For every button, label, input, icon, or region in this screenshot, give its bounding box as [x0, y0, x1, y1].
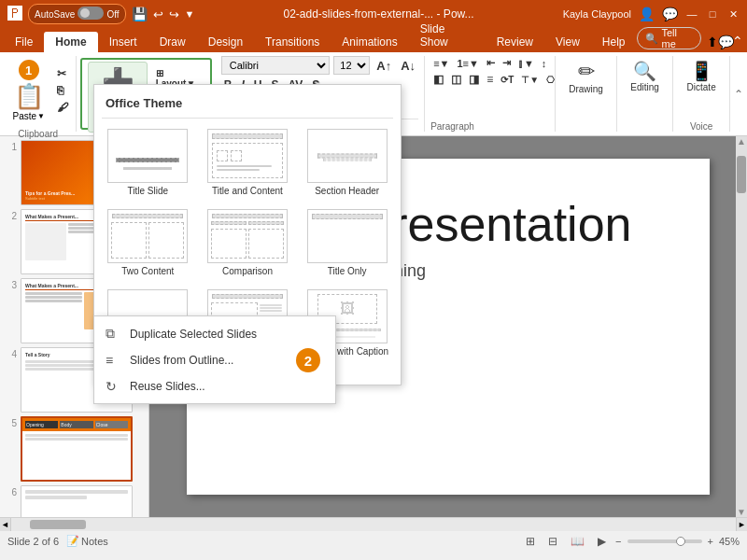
slide-thumb-5[interactable]: 5 Opening Body Close	[4, 416, 145, 482]
tab-draw[interactable]: Draw	[148, 32, 197, 52]
close-button[interactable]: ✕	[726, 7, 740, 21]
section-button[interactable]: § Section▼	[153, 105, 204, 128]
dictate-button[interactable]: 📱 Dictate	[680, 56, 724, 96]
h-scroll-thumb[interactable]	[30, 520, 86, 529]
slide-thumb-2[interactable]: 2 What Makes a Present...	[4, 209, 145, 274]
autosave-toggle[interactable]: AutoSave Off	[28, 4, 126, 24]
font-size-select[interactable]: 12	[333, 56, 370, 75]
ribbon-collapse-icon[interactable]: ⌃	[732, 34, 743, 49]
decrease-font-button[interactable]: A↓	[398, 58, 418, 74]
decrease-indent-button[interactable]: ⇤	[484, 56, 498, 70]
cut-button[interactable]: ✂	[54, 66, 71, 81]
save-icon[interactable]: 💾	[132, 7, 148, 21]
ribbon-scroll-up[interactable]: ⌃	[734, 88, 743, 101]
scroll-thumb[interactable]	[737, 156, 746, 193]
layout-button[interactable]: ⊞ Layout▼	[153, 67, 204, 90]
horizontal-scrollbar[interactable]	[11, 518, 736, 531]
scroll-up-button[interactable]: ▲	[737, 136, 746, 147]
editing-button[interactable]: 🔍 Editing	[623, 56, 667, 96]
italic-button[interactable]: I	[238, 77, 247, 92]
paste-button[interactable]: 1 📋 Paste▼	[5, 56, 52, 125]
zoom-thumb[interactable]	[676, 537, 685, 546]
text-direction-button[interactable]: ⟳T	[498, 74, 516, 86]
status-right: ⊞ ⊟ 📖 ▶ − + 45%	[522, 534, 740, 549]
slide-sorter-button[interactable]: ⊟	[544, 534, 561, 549]
user-name: Kayla Claypool	[563, 8, 631, 20]
notes-button[interactable]: 📝 Notes	[66, 535, 108, 547]
underline-button[interactable]: U	[251, 77, 265, 92]
slide-thumb-3[interactable]: 3 What Makes a Present...	[4, 278, 145, 343]
share-icon[interactable]: 👤	[639, 7, 655, 21]
zoom-plus-button[interactable]: +	[708, 536, 713, 547]
text-shadow-button[interactable]: S	[309, 77, 322, 92]
normal-view-button[interactable]: ⊞	[522, 534, 539, 549]
minimize-button[interactable]: —	[685, 7, 698, 21]
maximize-button[interactable]: □	[706, 7, 719, 21]
tab-view[interactable]: View	[544, 32, 591, 52]
zoom-slider[interactable]	[627, 539, 702, 543]
scroll-down-button[interactable]: ▼	[737, 507, 746, 517]
reset-button[interactable]: ↺ Reset	[153, 91, 204, 104]
slide-preview-3[interactable]: What Makes a Present...	[21, 278, 133, 343]
char-spacing-button[interactable]: AV	[285, 77, 305, 92]
tab-slideshow[interactable]: Slide Show	[409, 19, 486, 52]
drawing-button[interactable]: ✏ Drawing	[561, 56, 611, 98]
copy-button[interactable]: ⎘	[54, 83, 71, 98]
comments-icon[interactable]: 💬	[662, 7, 678, 21]
paragraph-label: Paragraph	[430, 118, 549, 132]
align-center-button[interactable]: ◫	[448, 72, 464, 87]
slide-num-1: 1	[4, 140, 17, 152]
slide-thumb-1[interactable]: 1 Tips for a Great Pres... Subtitle text	[4, 140, 145, 205]
text-highlight-button[interactable]: A🖊▼	[221, 95, 252, 107]
tab-transitions[interactable]: Transitions	[254, 32, 331, 52]
justify-button[interactable]: ≡	[484, 72, 496, 87]
undo-icon[interactable]: ↩	[153, 7, 163, 21]
strikethrough-button[interactable]: S	[268, 77, 281, 92]
tab-review[interactable]: Review	[486, 32, 544, 52]
scroll-left-button[interactable]: ◄	[0, 518, 11, 531]
zoom-minus-button[interactable]: −	[615, 536, 621, 547]
status-bar: Slide 2 of 6 📝 Notes ⊞ ⊟ 📖 ▶ − + 45%	[0, 530, 747, 551]
comments-btn[interactable]: 💬	[719, 35, 732, 49]
columns-button[interactable]: ⫿▼	[515, 57, 537, 70]
customize-icon[interactable]: ▼	[185, 8, 195, 20]
scroll-right-button[interactable]: ►	[736, 518, 747, 531]
tab-insert[interactable]: Insert	[98, 32, 148, 52]
slide-preview-2[interactable]: What Makes a Present...	[21, 209, 133, 274]
slide-thumb-6[interactable]: 6	[4, 485, 145, 517]
text-box-align-button[interactable]: ⊤▼	[518, 74, 542, 86]
format-painter-button[interactable]: 🖌	[54, 100, 71, 115]
title-bar-right: Kayla Claypool 👤 💬 — □ ✕	[563, 7, 740, 21]
align-right-button[interactable]: ◨	[466, 72, 482, 87]
slide-thumb-4[interactable]: 4 Tell a Story	[4, 347, 145, 413]
align-left-button[interactable]: ◧	[430, 72, 446, 87]
bullets-button[interactable]: ≡▼	[430, 57, 452, 70]
slide-preview-1[interactable]: Tips for a Great Pres... Subtitle text	[21, 140, 133, 205]
increase-indent-button[interactable]: ⇥	[500, 56, 514, 70]
tab-design[interactable]: Design	[197, 32, 254, 52]
tab-animations[interactable]: Animations	[331, 32, 408, 52]
slide3-content: What Makes a Present...	[21, 279, 132, 343]
bold-button[interactable]: B	[221, 77, 235, 92]
slide-preview-6[interactable]	[21, 485, 133, 517]
new-slide-button[interactable]: ➕ New Slide ▼	[88, 62, 147, 133]
increase-font-button[interactable]: A↑	[374, 58, 394, 74]
redo-icon[interactable]: ↪	[169, 7, 179, 21]
clear-formatting-button[interactable]: ✕A	[312, 95, 331, 107]
search-box[interactable]: 🔍 Tell me	[637, 27, 701, 49]
line-spacing-button[interactable]: ↕	[539, 57, 550, 70]
change-case-button[interactable]: Aa▼	[281, 95, 308, 107]
font-color-button[interactable]: A▼	[256, 95, 277, 107]
tab-help[interactable]: Help	[591, 32, 637, 52]
numbering-button[interactable]: 1≡▼	[454, 57, 481, 70]
slideshow-button[interactable]: ▶	[594, 534, 610, 549]
font-family-select[interactable]: Calibri	[221, 56, 331, 75]
slide-preview-4[interactable]: Tell a Story	[21, 347, 133, 413]
tab-home[interactable]: Home	[44, 32, 97, 52]
tab-file[interactable]: File	[4, 32, 44, 52]
reading-view-button[interactable]: 📖	[567, 534, 588, 549]
font-row-1: Calibri 12 A↑ A↓	[221, 56, 418, 75]
vertical-scrollbar[interactable]: ▲ ▼	[736, 136, 747, 517]
slide-preview-5[interactable]: Opening Body Close	[21, 416, 133, 482]
new-slide-dropdown-arrow[interactable]: ▼	[114, 119, 121, 128]
